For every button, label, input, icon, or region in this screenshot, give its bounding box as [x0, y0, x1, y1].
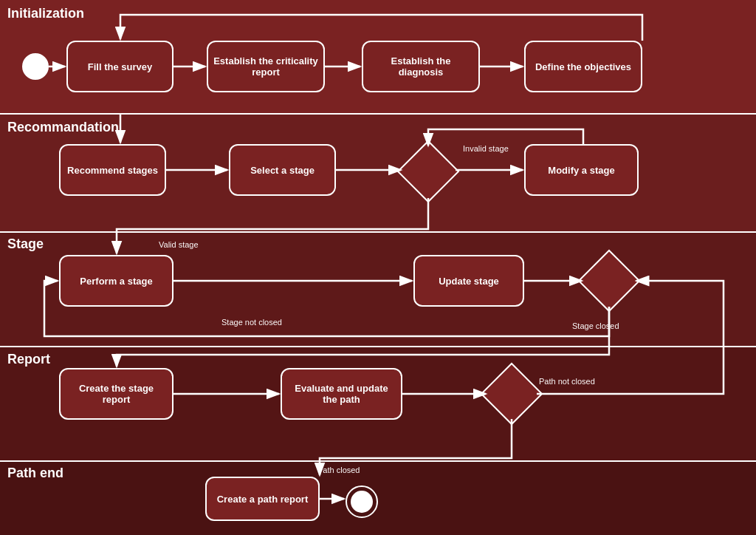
diamond-stage-closed: [583, 255, 635, 307]
start-circle: [22, 53, 49, 80]
box-create-stage-report: Create the stage report: [59, 368, 173, 420]
diamond-stage-valid: [402, 146, 454, 197]
end-circle-inner: [351, 491, 373, 513]
box-criticality-report: Establish the criticality report: [207, 41, 325, 92]
section-pathend: [0, 462, 756, 535]
label-stage: Stage: [7, 236, 44, 252]
label-pathend: Path end: [7, 466, 63, 481]
label-report: Report: [7, 352, 50, 367]
diagram-container: Initialization Recommandation Stage Repo…: [0, 0, 756, 535]
label-recommand: Recommandation: [7, 120, 119, 135]
end-circle-outer: [346, 485, 378, 518]
box-diagnosis: Establish the diagnosis: [362, 41, 480, 92]
box-evaluate-update-path: Evaluate and update the path: [281, 368, 402, 420]
diamond-path-closed: [487, 369, 535, 418]
box-perform-stage: Perform a stage: [59, 255, 173, 307]
box-select-stage: Select a stage: [229, 144, 336, 196]
label-init: Initialization: [7, 6, 84, 21]
box-create-path-report: Create a path report: [205, 477, 320, 521]
box-recommend-stages: Recommend stages: [59, 144, 166, 196]
box-modify-stage: Modify a stage: [524, 144, 639, 196]
box-objectives: Define the objectives: [524, 41, 642, 92]
box-update-stage: Update stage: [413, 255, 524, 307]
box-fill-survey: Fill the survey: [66, 41, 173, 92]
